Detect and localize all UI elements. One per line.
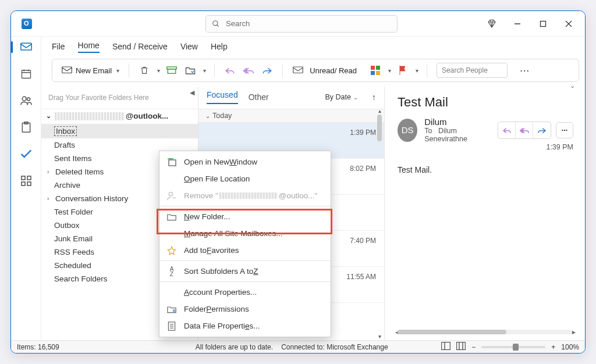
message-more-actions[interactable]: ··· [556, 122, 573, 138]
reply-button[interactable] [223, 63, 237, 77]
close-button[interactable] [563, 18, 574, 30]
ctx-folder-permissions[interactable]: Folder Permissions [159, 301, 331, 317]
svg-rect-11 [376, 66, 380, 70]
minimize-button[interactable] [512, 18, 523, 30]
folder-drafts[interactable]: Drafts [41, 138, 198, 152]
zoom-slider[interactable] [481, 346, 545, 348]
message-time: 8:02 PM [350, 165, 376, 173]
scrollbar-thumb[interactable] [398, 330, 506, 334]
svg-point-33 [169, 192, 172, 196]
global-search-input[interactable]: Search [205, 15, 398, 33]
forward-button[interactable] [533, 122, 551, 138]
outlook-app-icon [22, 19, 32, 29]
ribbon-more-button[interactable]: ··· [518, 63, 532, 77]
svg-line-1 [217, 24, 219, 26]
rail-tasks-icon[interactable] [18, 119, 34, 135]
unread-read-icon [291, 63, 305, 77]
ctx-data-file-properties[interactable]: Data File Properties... [159, 317, 331, 334]
svg-rect-24 [27, 176, 31, 180]
new-email-button[interactable]: New Email ▾ [57, 64, 124, 77]
flag-button[interactable] [396, 63, 410, 77]
ribbon-toolbar: New Email ▾ ▾ ▾ [52, 59, 579, 82]
svg-rect-25 [22, 182, 25, 185]
svg-rect-27 [442, 342, 450, 350]
view-reading-icon[interactable] [456, 342, 466, 352]
reply-all-button[interactable] [242, 63, 256, 77]
to-label: To [424, 127, 432, 135]
sort-az-icon: AZ [166, 266, 177, 277]
zoom-in-button[interactable]: + [551, 343, 555, 351]
categorize-button[interactable] [368, 63, 382, 77]
chevron-down-icon: ⌄ [46, 112, 51, 120]
menu-send-receive[interactable]: Send / Receive [112, 42, 168, 51]
account-suffix: @outlook... [126, 112, 168, 120]
ctx-new-folder[interactable]: New Folder... [159, 208, 331, 225]
account-name-redacted [55, 112, 125, 120]
rail-more-apps-icon[interactable] [18, 173, 34, 189]
ctx-remove-account: Remove "@outloo..." [159, 187, 331, 204]
folder-inbox[interactable]: Inbox [41, 124, 198, 138]
folder-context-menu: Open in New Window Open File Location Re… [159, 151, 331, 337]
chevron-down-icon: ⌄ [205, 113, 210, 119]
message-time: 11:55 AM [346, 273, 376, 281]
reading-horizontal-scrollbar[interactable]: ◂ ▸ [398, 327, 573, 336]
menu-help[interactable]: Help [211, 42, 228, 51]
delete-button[interactable] [137, 63, 151, 77]
forward-button[interactable] [260, 63, 274, 77]
svg-rect-23 [22, 176, 25, 180]
sort-direction-toggle[interactable]: ↑ [372, 92, 376, 102]
ctx-manage-site-mailboxes[interactable]: Manage All Site Mailboxes... [159, 225, 331, 242]
scrollbar-thumb[interactable] [377, 115, 382, 141]
ctx-account-properties[interactable]: Account Properties... [159, 284, 331, 301]
tab-focused[interactable]: Focused [207, 90, 238, 104]
collapse-folder-pane-icon[interactable]: ◀ [190, 89, 194, 97]
unread-read-button[interactable]: Unread/ Read [310, 66, 357, 75]
folder-icon [166, 212, 177, 222]
svg-rect-15 [22, 70, 30, 78]
ctx-add-to-favorites[interactable]: Add to Favorites [159, 242, 331, 259]
reply-button[interactable] [498, 122, 516, 138]
svg-rect-6 [62, 67, 72, 73]
svg-rect-14 [20, 43, 31, 50]
outlook-window: Search File Home Send / Receive View Hel… [10, 10, 586, 354]
rail-calendar-icon[interactable] [18, 66, 34, 82]
account-header[interactable]: ⌄ @outlook... [41, 109, 198, 123]
search-people-placeholder: Search People [442, 66, 488, 74]
rail-people-icon[interactable] [18, 92, 34, 109]
tab-other[interactable]: Other [249, 92, 269, 102]
sort-by-dropdown[interactable]: By Date ⌄ [325, 93, 358, 101]
svg-rect-26 [27, 182, 31, 185]
app-rail [11, 37, 41, 351]
reply-all-button[interactable] [516, 122, 533, 138]
rail-todo-icon[interactable] [18, 146, 34, 162]
search-placeholder: Search [226, 19, 250, 28]
menu-file[interactable]: File [52, 42, 65, 51]
sender-name: Dilum [424, 117, 491, 127]
status-bar: Items: 16,509 All folders are up to date… [11, 340, 585, 353]
zoom-out-button[interactable]: − [471, 343, 476, 351]
premium-diamond-icon[interactable] [486, 18, 498, 30]
ctx-open-file-location[interactable]: Open File Location [159, 170, 331, 187]
rail-mail-icon[interactable] [18, 39, 34, 55]
svg-rect-32 [169, 160, 176, 166]
svg-rect-12 [371, 71, 375, 75]
svg-rect-13 [376, 71, 380, 75]
ctx-open-new-window[interactable]: Open in New Window [159, 154, 331, 170]
archive-button[interactable] [165, 63, 179, 77]
svg-rect-29 [457, 342, 466, 350]
star-icon [166, 245, 177, 256]
reading-pane: Test Mail DS Dilum To Dilum Senevirathne [385, 87, 585, 340]
menu-home[interactable]: Home [78, 41, 100, 53]
chevron-down-icon: ▾ [116, 67, 119, 74]
menu-view[interactable]: View [180, 42, 198, 51]
svg-rect-8 [168, 69, 176, 74]
move-button[interactable] [183, 63, 197, 77]
view-normal-icon[interactable] [441, 342, 450, 352]
ctx-sort-subfolders[interactable]: AZ Sort Subfolders A to Z [159, 263, 331, 280]
search-people-input[interactable]: Search People [437, 63, 508, 78]
maximize-button[interactable] [537, 18, 549, 30]
properties-icon [166, 321, 177, 331]
message-list-scrollbar[interactable]: ▴ ▾ [376, 110, 383, 340]
favorites-drop-zone[interactable]: Drag Your Favorite Folders Here ◀ [41, 87, 198, 109]
group-header-today[interactable]: ⌄ Today [198, 109, 384, 123]
